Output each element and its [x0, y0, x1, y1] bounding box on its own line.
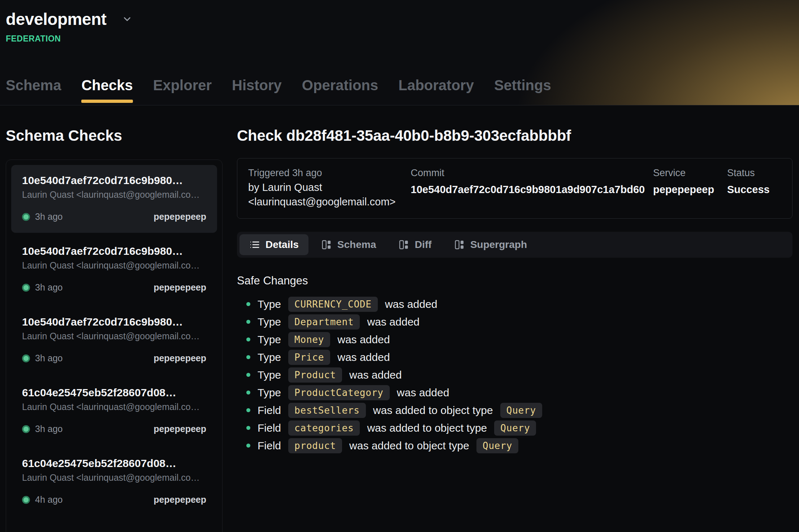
- change-code-chip: bestSellers: [288, 403, 366, 418]
- check-time: 3h ago: [35, 424, 62, 434]
- nav-tab-operations[interactable]: Operations: [302, 77, 378, 105]
- change-type-chip: Query: [476, 438, 518, 453]
- change-text: was added: [367, 316, 419, 328]
- bullet-icon: [246, 320, 250, 324]
- schema-checks-sidebar: Schema Checks 10e540d7aef72c0d716c9b980……: [6, 105, 223, 532]
- change-kind: Type: [258, 369, 281, 381]
- bullet-icon: [246, 355, 250, 359]
- columns-icon: [398, 239, 409, 250]
- change-row: Type Price was added: [237, 350, 792, 365]
- success-dot-icon: [22, 496, 30, 504]
- change-row: Field product was added to object type Q…: [237, 438, 792, 453]
- check-service: pepepepeep: [154, 282, 206, 293]
- check-time: 4h ago: [35, 494, 62, 505]
- change-type-chip: Query: [500, 403, 542, 418]
- check-list-item[interactable]: 10e540d7aef72c0d716c9b980… Laurin Quast …: [11, 306, 217, 374]
- status-value: Success: [727, 182, 781, 197]
- bullet-icon: [246, 426, 250, 430]
- tab-label: Supergraph: [470, 239, 527, 250]
- change-text: was added: [337, 351, 390, 363]
- check-list-item[interactable]: 10e540d7aef72c0d716c9b980… Laurin Quast …: [11, 236, 217, 304]
- check-time: 3h ago: [35, 282, 62, 293]
- meta-triggered: Triggered 3h ago by Laurin Quast <laurin…: [248, 166, 411, 209]
- change-kind: Field: [258, 440, 281, 452]
- success-dot-icon: [22, 425, 30, 433]
- change-kind: Type: [258, 333, 281, 346]
- change-row: Type CURRENCY_CODE was added: [237, 297, 792, 312]
- nav-tab-checks[interactable]: Checks: [81, 77, 133, 105]
- bullet-icon: [246, 444, 250, 448]
- change-row: Type Money was added: [237, 332, 792, 347]
- change-code-chip: Product: [288, 367, 342, 383]
- meta-status: Status Success: [727, 166, 781, 209]
- nav-tab-settings[interactable]: Settings: [494, 77, 551, 105]
- nav-tab-schema[interactable]: Schema: [6, 77, 61, 105]
- main-nav: Schema Checks Explorer History Operation…: [6, 77, 551, 105]
- bullet-icon: [246, 373, 250, 377]
- change-text: was added: [397, 387, 449, 399]
- check-service: pepepepeep: [154, 424, 206, 434]
- success-dot-icon: [22, 354, 30, 362]
- tab-supergraph[interactable]: Supergraph: [444, 234, 537, 255]
- check-detail-panel: Check db28f481-35aa-40b0-b8b9-303ecfabbb…: [237, 105, 793, 532]
- check-meta-box: Triggered 3h ago by Laurin Quast <laurin…: [237, 158, 792, 219]
- change-code-chip: Money: [288, 332, 330, 347]
- change-text: was added: [337, 333, 390, 346]
- bullet-icon: [246, 302, 250, 306]
- change-text: was added: [349, 369, 402, 381]
- meta-service: Service pepepepeep: [653, 166, 727, 209]
- tab-schema[interactable]: Schema: [311, 234, 386, 255]
- check-time: 3h ago: [35, 212, 62, 222]
- columns-icon: [454, 239, 465, 250]
- check-author: Laurin Quast <laurinquast@googlemail.co…: [22, 472, 206, 483]
- federation-badge: FEDERATION: [6, 34, 793, 44]
- nav-tab-explorer[interactable]: Explorer: [153, 77, 212, 105]
- check-list-item[interactable]: 61c04e25475eb52f28607d08… Laurin Quast <…: [11, 377, 217, 445]
- change-row: Type Department was added: [237, 314, 792, 330]
- change-kind: Field: [258, 404, 281, 417]
- change-kind: Type: [258, 351, 281, 363]
- safe-changes-list: Type CURRENCY_CODE was added Type Depart…: [237, 297, 792, 453]
- triggered-email: <laurinquast@googlemail.com>: [248, 195, 411, 209]
- check-author: Laurin Quast <laurinquast@googlemail.co…: [22, 402, 206, 412]
- tab-details[interactable]: Details: [239, 234, 308, 255]
- check-author: Laurin Quast <laurinquast@googlemail.co…: [22, 260, 206, 271]
- check-list-item[interactable]: 10e540d7aef72c0d716c9b980… Laurin Quast …: [11, 165, 217, 233]
- chevron-down-icon[interactable]: [122, 14, 133, 25]
- change-text: was added to object type: [373, 404, 493, 417]
- check-hash: 10e540d7aef72c0d716c9b980…: [22, 174, 206, 187]
- check-list-item[interactable]: 61c04e25475eb52f28607d08… Laurin Quast <…: [11, 448, 217, 516]
- check-hash: 10e540d7aef72c0d716c9b980…: [22, 316, 206, 328]
- change-code-chip: Price: [288, 350, 330, 365]
- bullet-icon: [246, 408, 250, 412]
- change-row: Field bestSellers was added to object ty…: [237, 403, 792, 418]
- change-kind: Type: [258, 298, 281, 310]
- bullet-icon: [246, 337, 250, 341]
- change-text: was added: [385, 298, 437, 310]
- tab-diff[interactable]: Diff: [389, 234, 441, 255]
- change-code-chip: CURRENCY_CODE: [288, 297, 378, 312]
- check-time: 3h ago: [35, 353, 62, 363]
- nav-tab-laboratory[interactable]: Laboratory: [398, 77, 474, 105]
- change-row: Type Product was added: [237, 367, 792, 383]
- status-label: Status: [727, 166, 781, 180]
- check-list: 10e540d7aef72c0d716c9b980… Laurin Quast …: [6, 160, 223, 532]
- nav-tab-history[interactable]: History: [232, 77, 282, 105]
- sidebar-title: Schema Checks: [6, 127, 223, 144]
- change-row: Field categories was added to object typ…: [237, 420, 792, 436]
- change-code-chip: categories: [288, 420, 360, 436]
- safe-changes-title: Safe Changes: [237, 274, 792, 287]
- success-dot-icon: [22, 213, 30, 221]
- service-value: pepepepeep: [653, 182, 727, 197]
- project-title: development: [6, 9, 107, 29]
- meta-commit: Commit 10e540d7aef72c0d716c9b9801a9d907c…: [411, 166, 653, 209]
- check-hash: 10e540d7aef72c0d716c9b980…: [22, 245, 206, 257]
- change-row: Type ProductCategory was added: [237, 385, 792, 400]
- commit-value: 10e540d7aef72c0d716c9b9801a9d907c1a7bd60: [411, 182, 653, 197]
- detail-tab-strip: Details Schema: [237, 232, 792, 258]
- change-text: was added to object type: [349, 440, 469, 452]
- change-code-chip: ProductCategory: [288, 385, 390, 400]
- triggered-label: Triggered 3h ago: [248, 166, 411, 180]
- check-detail-title: Check db28f481-35aa-40b0-b8b9-303ecfabbb…: [237, 127, 792, 144]
- change-kind: Type: [258, 387, 281, 399]
